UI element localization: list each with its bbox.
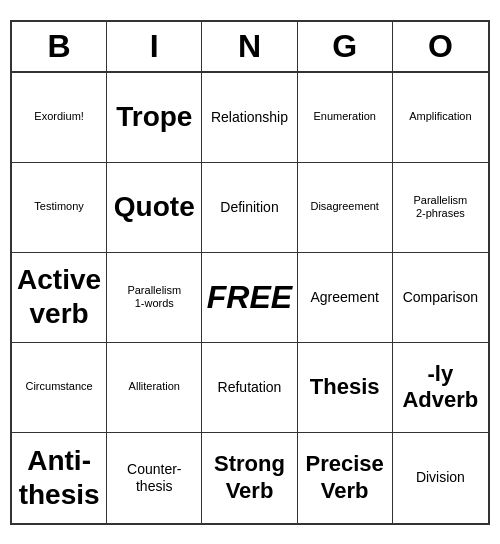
bingo-cell-14: Comparison bbox=[393, 253, 488, 343]
bingo-cell-10: Active verb bbox=[12, 253, 107, 343]
cell-text-2: Relationship bbox=[211, 109, 288, 126]
bingo-cell-8: Disagreement bbox=[298, 163, 393, 253]
bingo-cell-6: Quote bbox=[107, 163, 202, 253]
cell-text-7: Definition bbox=[220, 199, 278, 216]
header-letter-O: O bbox=[393, 22, 488, 71]
cell-text-10: Active verb bbox=[17, 263, 101, 330]
header-letter-I: I bbox=[107, 22, 202, 71]
cell-text-15: Circumstance bbox=[25, 380, 92, 393]
bingo-cell-4: Amplification bbox=[393, 73, 488, 163]
cell-text-3: Enumeration bbox=[314, 110, 376, 123]
bingo-cell-24: Division bbox=[393, 433, 488, 523]
bingo-card: BINGO Exordium!TropeRelationshipEnumerat… bbox=[10, 20, 490, 525]
bingo-header: BINGO bbox=[12, 22, 488, 73]
cell-text-17: Refutation bbox=[218, 379, 282, 396]
bingo-cell-20: Anti- thesis bbox=[12, 433, 107, 523]
header-letter-G: G bbox=[298, 22, 393, 71]
bingo-cell-1: Trope bbox=[107, 73, 202, 163]
cell-text-1: Trope bbox=[116, 100, 192, 134]
cell-text-0: Exordium! bbox=[34, 110, 84, 123]
bingo-grid: Exordium!TropeRelationshipEnumerationAmp… bbox=[12, 73, 488, 523]
cell-text-6: Quote bbox=[114, 190, 195, 224]
bingo-cell-15: Circumstance bbox=[12, 343, 107, 433]
cell-text-14: Comparison bbox=[403, 289, 478, 306]
bingo-cell-13: Agreement bbox=[298, 253, 393, 343]
header-letter-N: N bbox=[202, 22, 297, 71]
bingo-cell-18: Thesis bbox=[298, 343, 393, 433]
cell-text-5: Testimony bbox=[34, 200, 84, 213]
cell-text-9: Parallelism 2-phrases bbox=[413, 194, 467, 220]
bingo-cell-21: Counter- thesis bbox=[107, 433, 202, 523]
cell-text-20: Anti- thesis bbox=[19, 444, 100, 511]
bingo-cell-23: Precise Verb bbox=[298, 433, 393, 523]
bingo-cell-5: Testimony bbox=[12, 163, 107, 253]
bingo-cell-7: Definition bbox=[202, 163, 297, 253]
bingo-cell-9: Parallelism 2-phrases bbox=[393, 163, 488, 253]
cell-text-8: Disagreement bbox=[310, 200, 378, 213]
bingo-cell-12: FREE bbox=[202, 253, 297, 343]
bingo-cell-11: Parallelism 1-words bbox=[107, 253, 202, 343]
cell-text-13: Agreement bbox=[310, 289, 378, 306]
cell-text-11: Parallelism 1-words bbox=[127, 284, 181, 310]
cell-text-22: Strong Verb bbox=[214, 451, 285, 504]
cell-text-23: Precise Verb bbox=[306, 451, 384, 504]
bingo-cell-2: Relationship bbox=[202, 73, 297, 163]
bingo-cell-19: -ly Adverb bbox=[393, 343, 488, 433]
bingo-cell-3: Enumeration bbox=[298, 73, 393, 163]
cell-text-18: Thesis bbox=[310, 374, 380, 400]
bingo-cell-17: Refutation bbox=[202, 343, 297, 433]
cell-text-19: -ly Adverb bbox=[402, 361, 478, 414]
cell-text-12: FREE bbox=[207, 278, 292, 316]
header-letter-B: B bbox=[12, 22, 107, 71]
bingo-cell-22: Strong Verb bbox=[202, 433, 297, 523]
bingo-cell-0: Exordium! bbox=[12, 73, 107, 163]
cell-text-4: Amplification bbox=[409, 110, 471, 123]
bingo-cell-16: Alliteration bbox=[107, 343, 202, 433]
cell-text-16: Alliteration bbox=[129, 380, 180, 393]
cell-text-24: Division bbox=[416, 469, 465, 486]
cell-text-21: Counter- thesis bbox=[127, 461, 181, 495]
